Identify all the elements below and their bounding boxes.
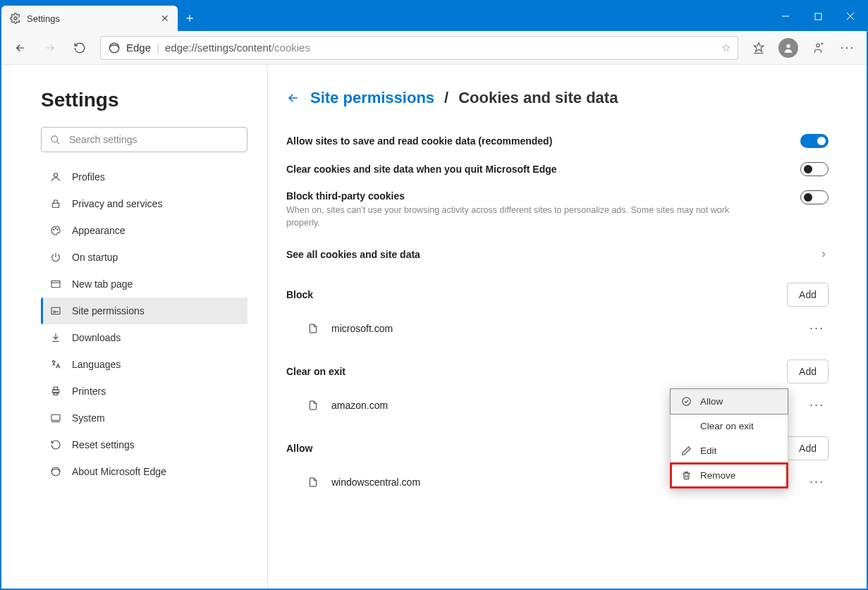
svg-point-5 xyxy=(109,43,119,53)
new-tab-button[interactable]: ＋ xyxy=(178,6,202,30)
svg-point-11 xyxy=(51,135,58,142)
block-third-party-label: Block third-party cookies xyxy=(286,190,738,202)
allow-site-more-button[interactable]: ··· xyxy=(805,472,829,492)
forward-button xyxy=(37,35,63,61)
block-section-title: Block xyxy=(286,289,313,300)
search-icon xyxy=(50,135,61,145)
sidebar-item-printers[interactable]: Printers xyxy=(41,378,247,405)
block-third-party-desc: When on, sites can't use your browsing a… xyxy=(286,204,738,229)
svg-rect-25 xyxy=(54,392,57,395)
edge-logo-icon xyxy=(108,42,121,54)
breadcrumb-slash: / xyxy=(444,89,448,107)
sidebar-item-label: Site permissions xyxy=(72,305,145,316)
svg-rect-14 xyxy=(52,203,59,207)
power-icon xyxy=(49,252,62,263)
allow-cookies-toggle[interactable] xyxy=(800,134,829,148)
sidebar-item-downloads[interactable]: Downloads xyxy=(41,324,247,351)
address-separator: | xyxy=(157,42,159,54)
content-area: Settings ProfilesPrivacy and servicesApp… xyxy=(1,65,867,589)
clear-site-more-button[interactable]: ··· xyxy=(805,395,829,415)
settings-search[interactable] xyxy=(41,127,247,152)
sidebar-item-about-microsoft-edge[interactable]: About Microsoft Edge xyxy=(41,458,247,485)
svg-point-7 xyxy=(786,44,790,47)
allow-add-button[interactable]: Add xyxy=(787,436,829,460)
address-bar[interactable]: Edge | edge://settings/content/cookies ☆ xyxy=(100,36,738,60)
allow-site-name: windowscentral.com xyxy=(331,477,420,488)
breadcrumb-parent[interactable]: Site permissions xyxy=(310,89,434,107)
tab-icon xyxy=(49,278,62,290)
svg-point-0 xyxy=(14,17,17,20)
svg-rect-26 xyxy=(51,414,60,420)
allow-cookies-row: Allow sites to save and read cookie data… xyxy=(286,127,829,155)
favorites-button[interactable] xyxy=(745,35,772,61)
sidebar-item-profiles[interactable]: Profiles xyxy=(41,164,247,190)
breadcrumb-back-icon[interactable] xyxy=(286,91,300,105)
sidebar-item-label: Profiles xyxy=(72,171,105,183)
extensions-button[interactable] xyxy=(805,35,831,61)
tab-title: Settings xyxy=(27,13,60,24)
pencil-icon xyxy=(680,445,692,456)
settings-nav: ProfilesPrivacy and servicesAppearanceOn… xyxy=(41,164,247,485)
block-site-name: microsoft.com xyxy=(331,323,393,334)
block-add-button[interactable]: Add xyxy=(787,283,829,307)
block-site-more-button[interactable]: ··· xyxy=(805,318,829,338)
clear-on-quit-label: Clear cookies and site data when you qui… xyxy=(286,164,557,175)
chevron-right-icon xyxy=(819,250,829,259)
clear-section-header: Clear on exit Add xyxy=(286,359,829,383)
breadcrumb-current: Cookies and site data xyxy=(458,89,618,107)
clear-on-quit-row: Clear cookies and site data when you qui… xyxy=(286,155,829,183)
context-remove[interactable]: Remove xyxy=(671,463,788,488)
block-third-party-toggle[interactable] xyxy=(800,190,829,204)
back-button[interactable] xyxy=(7,35,34,61)
tab-close-icon[interactable]: ✕ xyxy=(161,13,169,24)
clear-add-button[interactable]: Add xyxy=(787,359,829,383)
sidebar-item-on-startup[interactable]: On startup xyxy=(41,244,247,271)
system-icon xyxy=(49,412,62,424)
context-clear-on-exit[interactable]: Clear on exit xyxy=(671,414,788,438)
svg-point-16 xyxy=(55,228,56,228)
sidebar-item-privacy-and-services[interactable]: Privacy and services xyxy=(41,190,247,217)
address-url: edge://settings/content/cookies xyxy=(165,42,716,54)
svg-rect-18 xyxy=(51,281,60,287)
search-input[interactable] xyxy=(68,133,238,146)
sidebar-item-system[interactable]: System xyxy=(41,405,247,431)
sidebar-item-label: Languages xyxy=(72,359,121,370)
sidebar-item-label: Privacy and services xyxy=(72,198,162,209)
sidebar-item-new-tab-page[interactable]: New tab page xyxy=(41,271,247,297)
context-remove-label: Remove xyxy=(700,470,735,481)
refresh-button[interactable] xyxy=(66,35,93,61)
menu-button[interactable]: ··· xyxy=(834,35,861,61)
tab-settings[interactable]: Settings ✕ xyxy=(1,6,178,31)
context-edit[interactable]: Edit xyxy=(671,438,788,463)
svg-point-13 xyxy=(54,173,57,177)
svg-rect-23 xyxy=(52,390,59,393)
printer-icon xyxy=(49,386,62,397)
document-icon xyxy=(307,398,319,412)
favorite-star-icon[interactable]: ☆ xyxy=(721,42,731,54)
close-button[interactable] xyxy=(834,1,867,31)
profile-avatar[interactable] xyxy=(775,35,802,61)
svg-point-15 xyxy=(54,229,54,230)
svg-rect-20 xyxy=(51,307,60,314)
context-allow[interactable]: Allow xyxy=(670,388,788,414)
clear-site-name: amazon.com xyxy=(331,400,388,411)
sidebar-item-label: System xyxy=(72,412,105,424)
see-all-cookies-row[interactable]: See all cookies and site data xyxy=(286,236,829,273)
svg-point-17 xyxy=(57,229,58,230)
block-section-header: Block Add xyxy=(286,283,829,307)
sidebar-item-reset-settings[interactable]: Reset settings xyxy=(41,431,247,458)
minimize-button[interactable] xyxy=(769,1,802,31)
language-icon xyxy=(49,359,62,370)
clear-on-quit-toggle[interactable] xyxy=(800,162,829,176)
address-scheme: Edge xyxy=(126,42,151,54)
context-clear-label: Clear on exit xyxy=(700,421,754,431)
maximize-button[interactable] xyxy=(802,1,834,31)
lock-icon xyxy=(49,198,62,209)
sidebar-item-site-permissions[interactable]: Site permissions xyxy=(41,297,247,324)
edge-icon xyxy=(49,466,62,477)
titlebar: Settings ✕ ＋ xyxy=(1,1,867,31)
person-icon xyxy=(49,171,62,183)
site-context-menu: Allow Clear on exit Edit Remove xyxy=(670,388,788,488)
sidebar-item-appearance[interactable]: Appearance xyxy=(41,217,247,244)
sidebar-item-languages[interactable]: Languages xyxy=(41,351,247,378)
